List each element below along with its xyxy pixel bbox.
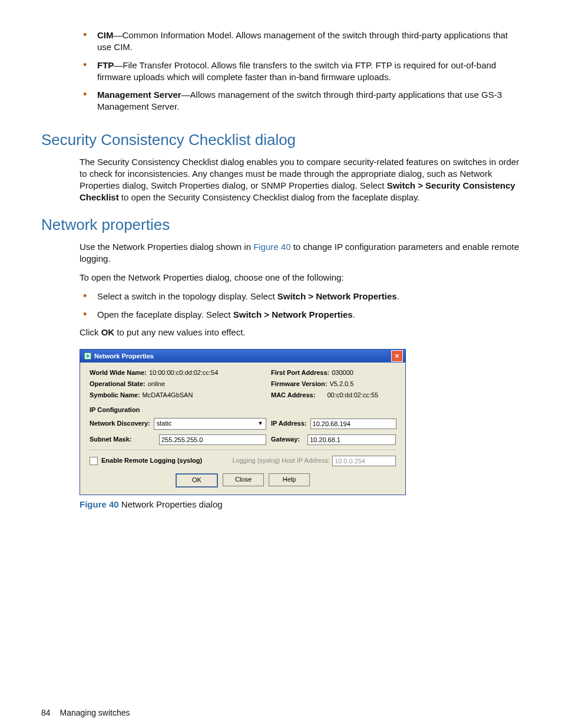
info-fw: Firmware Version:V5.2.0.5	[271, 380, 396, 388]
combo-value: static	[157, 419, 172, 428]
remote-logging-row: Enable Remote Logging (syslog) Logging (…	[90, 456, 396, 466]
network-discovery-combo[interactable]: static ▼	[154, 418, 266, 430]
bullet-term: Management Server	[97, 90, 181, 100]
bullet-post: .	[353, 309, 355, 319]
label-ip-addr: IP Address:	[271, 419, 307, 428]
info-op-state: Operational State:online	[90, 380, 266, 388]
separator	[90, 450, 396, 451]
label-subnet: Subnet Mask:	[90, 435, 156, 444]
logging-host-input	[332, 456, 396, 466]
net-p1-pre: Use the Network Properties dialog shown …	[80, 242, 253, 252]
list-item: FTP—File Transfer Protocol. Allows file …	[80, 60, 521, 90]
net-p3: Click OK to put any new values into effe…	[80, 327, 521, 338]
dialog-buttons: OK Close Help	[90, 473, 396, 487]
enable-remote-logging-label: Enable Remote Logging (syslog)	[101, 456, 202, 465]
val-fw: V5.2.0.5	[329, 380, 353, 387]
bullet-bold: Switch > Network Properties	[277, 291, 397, 301]
info-first-port: First Port Address:030000	[271, 368, 396, 377]
scc-para-post: to open the Security Consistency Checkli…	[119, 192, 420, 202]
net-body: Use the Network Properties dialog shown …	[80, 241, 521, 510]
net-bullets: Select a switch in the topology display.…	[80, 291, 521, 327]
figure-text: Network Properties dialog	[119, 499, 223, 509]
bullet-pre: Select a switch in the topology display.…	[97, 291, 277, 301]
scc-heading: Security Consistency Checklist dialog	[41, 130, 521, 150]
net-p2: To open the Network Properties dialog, c…	[80, 272, 521, 284]
net-p3-bold: OK	[101, 327, 115, 337]
logging-host-group: Logging (syslog) Host IP Address:	[233, 456, 396, 466]
bullet-text: —File Transfer Protocol. Allows file tra…	[97, 60, 496, 82]
help-button[interactable]: Help	[269, 473, 310, 486]
val-sym: McDATA4GbSAN	[143, 391, 193, 398]
dialog-title: Network Properties	[94, 352, 154, 361]
scc-para: The Security Consistency Checklist dialo…	[80, 156, 521, 204]
label-gateway: Gateway:	[271, 435, 304, 444]
gateway-input[interactable]	[308, 434, 396, 445]
label-first-port: First Port Address:	[271, 369, 329, 376]
bullet-bold: Switch > Network Properties	[233, 309, 353, 319]
ip-address-field: IP Address:	[271, 419, 396, 429]
page: CIM—Common Information Model. Allows man…	[0, 0, 562, 728]
figure-label: Figure 40	[80, 499, 119, 509]
info-sym: Symbolic Name:McDATA4GbSAN	[90, 391, 266, 400]
label-op-state: Operational State:	[90, 380, 146, 387]
label-wwn: World Wide Name:	[90, 369, 147, 376]
list-item: Open the faceplate display. Select Switc…	[80, 309, 521, 327]
info-grid: World Wide Name:10:00:00:c0:dd:02:cc:54 …	[90, 368, 396, 400]
intro-bullets: CIM—Common Information Model. Allows man…	[80, 29, 521, 119]
bullet-term: CIM	[97, 30, 114, 40]
row-subnet-gateway: Subnet Mask: Gateway:	[90, 434, 396, 445]
list-item: Select a switch in the topology display.…	[80, 291, 521, 308]
ok-button[interactable]: OK	[176, 473, 218, 487]
gateway-field: Gateway:	[271, 434, 396, 445]
dialog-body: World Wide Name:10:00:00:c0:dd:02:cc:54 …	[80, 363, 405, 494]
val-first-port: 030000	[332, 369, 353, 376]
close-button[interactable]: Close	[223, 473, 264, 486]
network-properties-dialog: Network Properties × World Wide Name:10:…	[80, 349, 406, 495]
val-mac: 00:c0:dd:02:cc:55	[327, 391, 378, 398]
page-footer: 84 Managing switches	[41, 707, 130, 719]
subnet-mask-field: Subnet Mask:	[90, 434, 266, 445]
val-op-state: online	[148, 380, 165, 387]
bullet-post: .	[397, 291, 399, 301]
list-item: Management Server—Allows management of t…	[80, 89, 521, 119]
net-p3-pre: Click	[80, 327, 101, 337]
info-wwn: World Wide Name:10:00:00:c0:dd:02:cc:54	[90, 368, 266, 377]
label-fw: Firmware Version:	[271, 380, 327, 387]
list-item: CIM—Common Information Model. Allows man…	[80, 29, 521, 60]
net-p3-post: to put any new values into effect.	[114, 327, 245, 337]
bullet-text: —Common Information Model. Allows manage…	[97, 30, 508, 52]
enable-remote-logging-checkbox[interactable]	[90, 457, 98, 465]
label-log-host: Logging (syslog) Host IP Address:	[233, 456, 330, 465]
bullet-term: FTP	[97, 60, 114, 70]
scc-body: The Security Consistency Checklist dialo…	[80, 156, 521, 204]
net-p1: Use the Network Properties dialog shown …	[80, 241, 521, 265]
val-wwn: 10:00:00:c0:dd:02:cc:54	[149, 369, 218, 376]
label-net-disc: Network Discovery:	[90, 419, 150, 428]
label-mac: MAC Address:	[271, 391, 315, 398]
net-heading: Network properties	[41, 215, 521, 235]
dialog-titlebar[interactable]: Network Properties ×	[80, 350, 405, 363]
row-discovery-ip: Network Discovery: static ▼ IP Address:	[90, 418, 396, 430]
figure-40-link[interactable]: Figure 40	[253, 242, 290, 252]
ip-config-label: IP Configuration	[90, 406, 396, 414]
intro-bullets-container: CIM—Common Information Model. Allows man…	[80, 29, 521, 119]
chevron-down-icon: ▼	[256, 420, 265, 428]
close-icon[interactable]: ×	[391, 350, 403, 362]
page-number: 84	[41, 708, 51, 717]
footer-section: Managing switches	[59, 708, 130, 717]
subnet-mask-input[interactable]	[159, 434, 266, 445]
app-icon	[84, 352, 92, 360]
info-mac: MAC Address:00:c0:dd:02:cc:55	[271, 391, 396, 400]
figure-caption: Figure 40 Network Properties dialog	[80, 499, 521, 510]
label-sym: Symbolic Name:	[90, 391, 140, 398]
bullet-pre: Open the faceplate display. Select	[97, 309, 233, 319]
ip-address-input[interactable]	[310, 419, 396, 429]
network-discovery-field: Network Discovery: static ▼	[90, 418, 266, 430]
